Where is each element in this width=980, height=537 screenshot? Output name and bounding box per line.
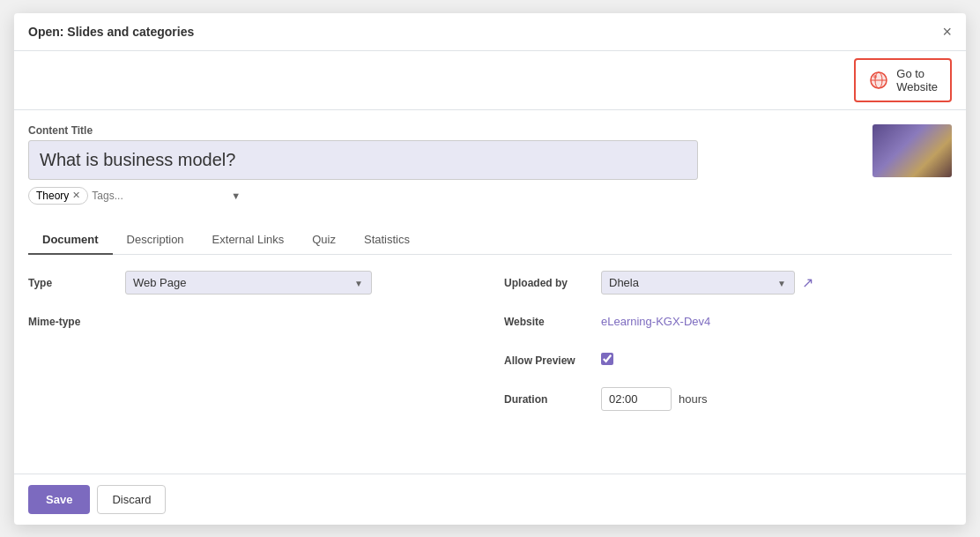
tag-label: Theory bbox=[36, 190, 69, 202]
document-form: Type Web Page Mime-type bbox=[28, 269, 952, 424]
dialog-body: Content Title Theory ✕ ▼ Document Descri… bbox=[14, 110, 966, 474]
website-label: Website bbox=[504, 316, 601, 328]
type-row: Type Web Page bbox=[28, 269, 476, 297]
tab-statistics[interactable]: Statistics bbox=[350, 226, 424, 255]
tags-row: Theory ✕ ▼ bbox=[28, 187, 858, 205]
uploaded-by-row: Uploaded by Dhela ↗ bbox=[504, 269, 952, 297]
tabs-row: Document Description External Links Quiz… bbox=[28, 226, 952, 255]
close-button[interactable]: × bbox=[942, 24, 952, 40]
duration-row: Duration hours bbox=[504, 385, 952, 414]
toolbar: Go to Website bbox=[14, 51, 966, 110]
type-select-wrapper: Web Page bbox=[125, 271, 372, 295]
tag-badge: Theory ✕ bbox=[28, 187, 88, 205]
allow-preview-checkbox[interactable] bbox=[601, 353, 613, 365]
save-button[interactable]: Save bbox=[28, 485, 90, 514]
dialog-header: Open: Slides and categories × bbox=[14, 13, 966, 51]
tab-description[interactable]: Description bbox=[113, 226, 198, 255]
uploaded-by-external-link-icon[interactable]: ↗ bbox=[802, 274, 813, 291]
website-link[interactable]: eLearning-KGX-Dev4 bbox=[601, 315, 710, 328]
uploaded-by-value: Dhela ↗ bbox=[601, 271, 952, 295]
tab-document[interactable]: Document bbox=[28, 226, 113, 255]
tags-dropdown-arrow[interactable]: ▼ bbox=[231, 190, 241, 201]
allow-preview-row: Allow Preview bbox=[504, 347, 952, 375]
left-col: Type Web Page Mime-type bbox=[28, 269, 476, 424]
thumbnail bbox=[872, 124, 952, 177]
uploaded-by-wrapper: Dhela ↗ bbox=[601, 271, 952, 295]
go-to-website-label: Go to Website bbox=[896, 67, 938, 93]
tag-remove-button[interactable]: ✕ bbox=[72, 190, 80, 201]
duration-row-wrapper: hours bbox=[601, 387, 952, 411]
allow-preview-label: Allow Preview bbox=[504, 354, 601, 367]
planet-icon bbox=[868, 70, 889, 91]
duration-input[interactable] bbox=[601, 387, 672, 411]
discard-button[interactable]: Discard bbox=[97, 485, 166, 514]
type-label: Type bbox=[28, 277, 125, 289]
form-section: Content Title Theory ✕ ▼ bbox=[28, 124, 952, 215]
website-value: eLearning-KGX-Dev4 bbox=[601, 315, 952, 328]
go-to-website-button[interactable]: Go to Website bbox=[854, 58, 952, 102]
dialog-footer: Save Discard bbox=[14, 474, 966, 525]
tab-quiz[interactable]: Quiz bbox=[298, 226, 350, 255]
uploaded-by-label: Uploaded by bbox=[504, 277, 601, 289]
dialog: Open: Slides and categories × Go to Webs… bbox=[14, 13, 966, 525]
dialog-title: Open: Slides and categories bbox=[28, 25, 194, 39]
content-title-input[interactable] bbox=[28, 140, 698, 180]
duration-label: Duration bbox=[504, 393, 601, 406]
tab-external-links[interactable]: External Links bbox=[198, 226, 299, 255]
duration-value: hours bbox=[601, 387, 952, 411]
type-value: Web Page bbox=[125, 271, 476, 295]
type-select[interactable]: Web Page bbox=[125, 271, 372, 295]
website-row: Website eLearning-KGX-Dev4 bbox=[504, 308, 952, 336]
mime-type-row: Mime-type bbox=[28, 308, 476, 336]
tags-input[interactable] bbox=[92, 190, 224, 202]
uploaded-by-select-wrapper: Dhela bbox=[601, 271, 795, 295]
allow-preview-value bbox=[601, 353, 952, 368]
right-col: Uploaded by Dhela ↗ Website bbox=[504, 269, 952, 424]
uploaded-by-select[interactable]: Dhela bbox=[601, 271, 795, 295]
hours-label: hours bbox=[679, 392, 708, 406]
svg-point-4 bbox=[873, 75, 877, 78]
content-title-label: Content Title bbox=[28, 124, 858, 137]
form-main: Content Title Theory ✕ ▼ bbox=[28, 124, 858, 215]
mime-type-label: Mime-type bbox=[28, 316, 125, 328]
